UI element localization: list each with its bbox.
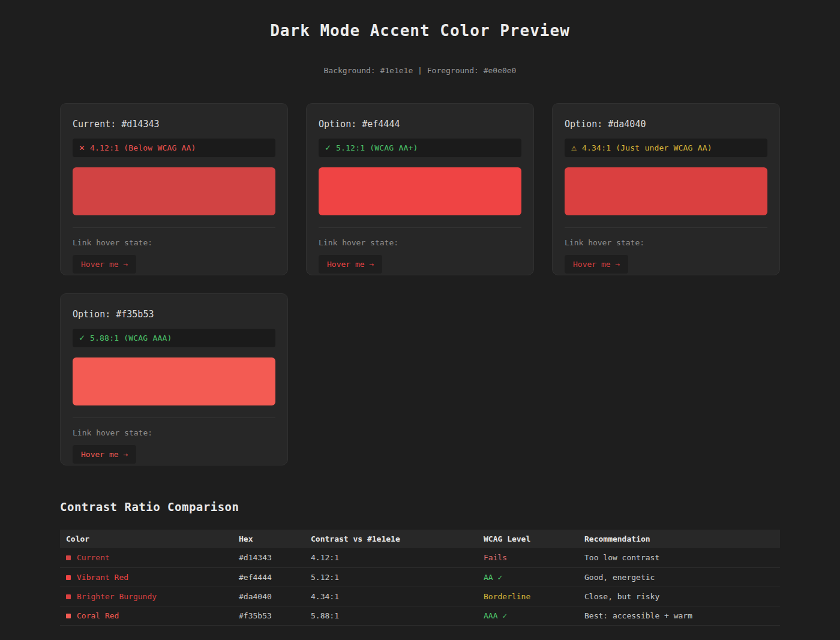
card-title: Option: #da4040 bbox=[565, 119, 767, 130]
cell-color-name: Vibrant Red bbox=[60, 567, 233, 587]
column-header-color: Color bbox=[60, 530, 233, 548]
card-title: Current: #d14343 bbox=[73, 119, 275, 130]
contrast-badge-text: 4.12:1 (Below WCAG AA) bbox=[90, 143, 196, 152]
check-icon: ✓ bbox=[325, 143, 331, 152]
comparison-heading: Contrast Ratio Comparison bbox=[60, 500, 780, 513]
color-swatch bbox=[73, 167, 275, 215]
color-bullet bbox=[66, 575, 71, 580]
card-divider bbox=[73, 227, 275, 228]
x-icon: ✕ bbox=[79, 143, 85, 152]
cell-contrast: 4.12:1 bbox=[305, 548, 478, 567]
page-container: Dark Mode Accent Color Preview Backgroun… bbox=[60, 0, 780, 640]
table-header-row: Color Hex Contrast vs #1e1e1e WCAG Level… bbox=[60, 530, 780, 548]
hover-me-button[interactable]: Hover me → bbox=[319, 255, 382, 274]
check-icon: ✓ bbox=[79, 333, 85, 342]
contrast-badge-text: 5.88:1 (WCAG AAA) bbox=[90, 333, 172, 342]
color-card-da4040: Option: #da4040 ⚠ 4.34:1 (Just under WCA… bbox=[552, 103, 780, 275]
column-header-recommendation: Recommendation bbox=[578, 530, 780, 548]
link-hover-label: Link hover state: bbox=[73, 428, 275, 437]
color-name-text: Current bbox=[77, 553, 110, 562]
cell-color-name: Current bbox=[60, 548, 233, 567]
cell-wcag-level: AA ✓ bbox=[478, 567, 578, 587]
card-title: Option: #ef4444 bbox=[319, 119, 521, 130]
color-card-current: Current: #d14343 ✕ 4.12:1 (Below WCAG AA… bbox=[60, 103, 288, 275]
color-name-text: Brighter Burgundy bbox=[77, 592, 157, 601]
contrast-badge: ✓ 5.12:1 (WCAG AA+) bbox=[319, 139, 521, 157]
card-divider bbox=[73, 417, 275, 418]
link-hover-label: Link hover state: bbox=[319, 238, 521, 247]
hover-me-button[interactable]: Hover me → bbox=[73, 445, 136, 464]
color-name-text: Vibrant Red bbox=[77, 573, 128, 582]
color-cards-grid: Current: #d14343 ✕ 4.12:1 (Below WCAG AA… bbox=[60, 103, 780, 465]
column-header-wcag: WCAG Level bbox=[478, 530, 578, 548]
contrast-comparison-table: Color Hex Contrast vs #1e1e1e WCAG Level… bbox=[60, 530, 780, 626]
color-bullet bbox=[66, 555, 71, 560]
cell-recommendation: Best: accessible + warm bbox=[578, 606, 780, 625]
table-row: Current #d14343 4.12:1 Fails Too low con… bbox=[60, 548, 780, 567]
contrast-badge: ⚠ 4.34:1 (Just under WCAG AA) bbox=[565, 139, 767, 157]
hover-me-button[interactable]: Hover me → bbox=[73, 255, 136, 274]
cell-contrast: 5.88:1 bbox=[305, 606, 478, 625]
column-header-contrast: Contrast vs #1e1e1e bbox=[305, 530, 478, 548]
column-header-hex: Hex bbox=[233, 530, 305, 548]
cell-wcag-level: AAA ✓ bbox=[478, 606, 578, 625]
warning-icon: ⚠ bbox=[571, 143, 577, 152]
cell-contrast: 5.12:1 bbox=[305, 567, 478, 587]
link-hover-label: Link hover state: bbox=[73, 238, 275, 247]
cell-hex: #da4040 bbox=[233, 587, 305, 606]
link-hover-label: Link hover state: bbox=[565, 238, 767, 247]
contrast-badge-text: 5.12:1 (WCAG AA+) bbox=[336, 143, 418, 152]
color-card-f35b53: Option: #f35b53 ✓ 5.88:1 (WCAG AAA) Link… bbox=[60, 293, 288, 465]
card-title: Option: #f35b53 bbox=[73, 309, 275, 320]
card-divider bbox=[565, 227, 767, 228]
cell-hex: #ef4444 bbox=[233, 567, 305, 587]
cell-recommendation: Good, energetic bbox=[578, 567, 780, 587]
cell-contrast: 4.34:1 bbox=[305, 587, 478, 606]
hover-me-button[interactable]: Hover me → bbox=[565, 255, 628, 274]
color-name-text: Coral Red bbox=[77, 611, 119, 620]
page-title: Dark Mode Accent Color Preview bbox=[60, 22, 780, 40]
contrast-badge: ✓ 5.88:1 (WCAG AAA) bbox=[73, 329, 275, 347]
contrast-badge: ✕ 4.12:1 (Below WCAG AA) bbox=[73, 139, 275, 157]
table-row: Brighter Burgundy #da4040 4.34:1 Borderl… bbox=[60, 587, 780, 606]
cell-recommendation: Close, but risky bbox=[578, 587, 780, 606]
table-row: Vibrant Red #ef4444 5.12:1 AA ✓ Good, en… bbox=[60, 567, 780, 587]
cell-hex: #f35b53 bbox=[233, 606, 305, 625]
color-swatch bbox=[565, 167, 767, 215]
page-subtitle: Background: #1e1e1e | Foreground: #e0e0e… bbox=[60, 66, 780, 75]
comparison-section: Contrast Ratio Comparison Color Hex Cont… bbox=[60, 500, 780, 640]
color-card-ef4444: Option: #ef4444 ✓ 5.12:1 (WCAG AA+) Link… bbox=[306, 103, 534, 275]
color-swatch bbox=[73, 357, 275, 405]
table-row: Coral Red #f35b53 5.88:1 AAA ✓ Best: acc… bbox=[60, 606, 780, 625]
cell-wcag-level: Borderline bbox=[478, 587, 578, 606]
card-divider bbox=[319, 227, 521, 228]
color-swatch bbox=[319, 167, 521, 215]
cell-color-name: Brighter Burgundy bbox=[60, 587, 233, 606]
cell-hex: #d14343 bbox=[233, 548, 305, 567]
color-bullet bbox=[66, 614, 71, 618]
cell-recommendation: Too low contrast bbox=[578, 548, 780, 567]
contrast-badge-text: 4.34:1 (Just under WCAG AA) bbox=[582, 143, 712, 152]
color-bullet bbox=[66, 594, 71, 599]
cell-wcag-level: Fails bbox=[478, 548, 578, 567]
cell-color-name: Coral Red bbox=[60, 606, 233, 625]
